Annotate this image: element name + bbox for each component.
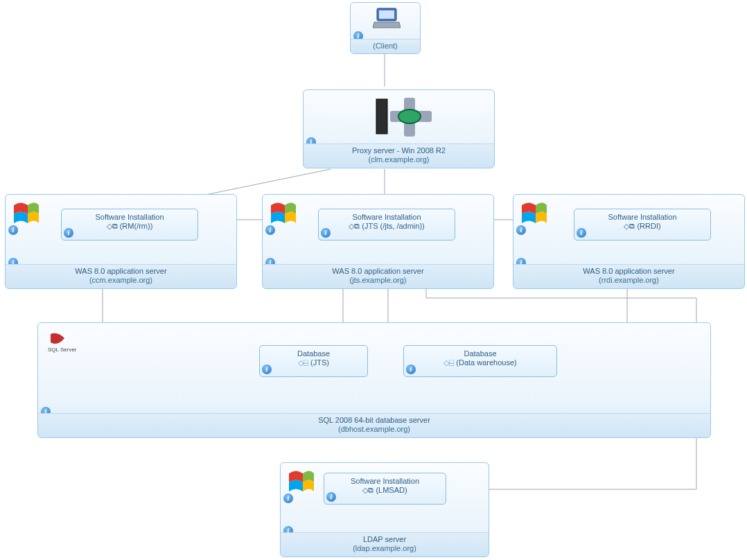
si-header: Software Installation: [319, 209, 455, 221]
inner-rm[interactable]: Software Installation ◇⧉ (RM(/rm)) i: [61, 209, 198, 240]
db-header: Database: [404, 346, 556, 358]
windows-icon: [11, 202, 39, 228]
si-app: (RRDI): [637, 222, 660, 230]
pkg-icon: ◇⧉: [349, 222, 362, 230]
ldap-host: (ldap.example.org): [281, 544, 489, 553]
si-app: (RM(/rm)): [120, 222, 153, 230]
info-icon[interactable]: i: [262, 365, 272, 374]
was-jts-title: WAS 8.0 application server: [263, 267, 493, 276]
was-rm-host: (ccm.example.org): [6, 276, 236, 285]
info-icon[interactable]: i: [8, 225, 18, 235]
svg-rect-20: [376, 99, 387, 134]
db-val: (JTS): [310, 358, 329, 367]
node-client[interactable]: i (Client): [350, 2, 421, 54]
node-proxy[interactable]: i Proxy server - Win 2008 R2 (clm.exampl…: [303, 89, 495, 168]
pkg-icon: ◇⧉: [362, 486, 376, 494]
node-was-jts[interactable]: i Software Installation ◇⧉ (JTS (/jts, /…: [262, 194, 494, 289]
sql-logo-text: SQL Server: [48, 347, 77, 353]
sql-host: (dbhost.example.org): [38, 425, 710, 434]
info-icon[interactable]: i: [64, 228, 73, 238]
inner-ldap[interactable]: Software Installation ◇⧉ (LMSAD) i: [324, 473, 446, 505]
windows-icon: [286, 470, 314, 496]
node-was-rm[interactable]: i Software Installation ◇⧉ (RM(/rm)) i i…: [5, 194, 237, 289]
inner-db-jts[interactable]: Database ◇⌸ (JTS) i: [259, 345, 368, 377]
db-icon: ◇⌸: [298, 358, 310, 367]
proxy-host: (clm.example.org): [304, 155, 494, 164]
si-header: Software Installation: [324, 473, 446, 485]
was-jts-host: (jts.example.org): [263, 276, 493, 285]
info-icon[interactable]: i: [516, 225, 526, 235]
ldap-title: LDAP server: [281, 535, 489, 544]
was-rm-title: WAS 8.0 application server: [6, 267, 236, 276]
windows-icon: [519, 202, 547, 228]
svg-marker-19: [373, 22, 401, 28]
was-rrdi-host: (rrdi.example.org): [513, 276, 744, 285]
pkg-icon: ◇⧉: [624, 222, 637, 230]
info-icon[interactable]: i: [406, 365, 416, 374]
inner-db-dw[interactable]: Database ◇⌸ (Data warehouse) i: [403, 345, 557, 377]
windows-icon: [268, 202, 296, 228]
si-header: Software Installation: [62, 209, 197, 221]
proxy-server-icon: [369, 96, 435, 139]
pkg-icon: ◇⧉: [107, 222, 120, 230]
info-icon[interactable]: i: [326, 492, 336, 502]
info-icon[interactable]: i: [321, 228, 331, 238]
inner-rrdi[interactable]: Software Installation ◇⧉ (RRDI) i: [574, 209, 711, 240]
sql-title: SQL 2008 64-bit database server: [38, 416, 710, 425]
laptop-icon: [373, 7, 401, 30]
db-val: (Data warehouse): [456, 358, 516, 367]
proxy-title: Proxy server - Win 2008 R2: [304, 146, 494, 155]
si-app: (LMSAD): [376, 486, 407, 494]
node-sql-server[interactable]: SQL Server Database ◇⌸ (JTS) i Database …: [37, 322, 711, 438]
info-icon[interactable]: i: [577, 228, 586, 238]
svg-rect-18: [379, 10, 394, 19]
client-label: (Client): [373, 42, 397, 50]
info-icon[interactable]: i: [283, 493, 293, 503]
node-was-rrdi[interactable]: i Software Installation ◇⧉ (RRDI) i i WA…: [513, 194, 745, 289]
info-icon[interactable]: i: [265, 225, 275, 235]
inner-jts[interactable]: Software Installation ◇⧉ (JTS (/jts, /ad…: [318, 209, 455, 240]
si-app: (JTS (/jts, /admin)): [362, 222, 424, 230]
db-header: Database: [260, 346, 367, 358]
node-ldap[interactable]: i Software Installation ◇⧉ (LMSAD) i i L…: [280, 462, 489, 557]
svg-point-23: [398, 110, 421, 123]
si-header: Software Installation: [574, 209, 710, 221]
was-rrdi-title: WAS 8.0 application server: [513, 267, 744, 276]
db-icon: ◇⌸: [443, 358, 456, 367]
sqlserver-icon: SQL Server: [48, 333, 77, 353]
